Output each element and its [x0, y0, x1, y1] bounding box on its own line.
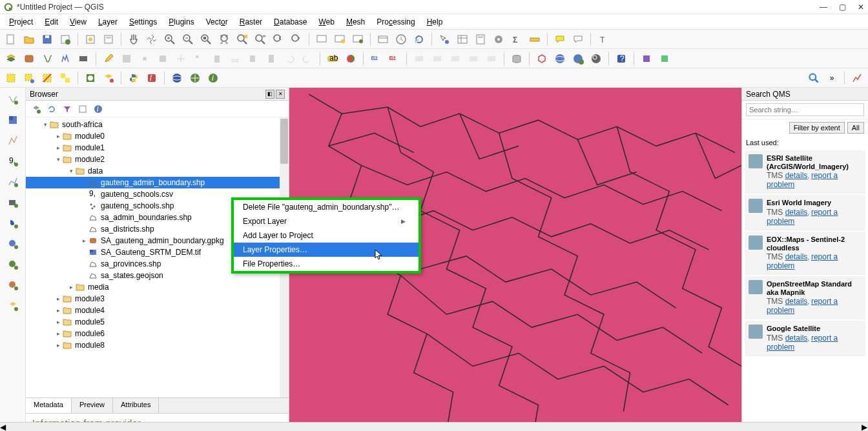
add-wcs-icon[interactable] — [4, 256, 22, 274]
open-project-button[interactable] — [21, 31, 37, 48]
new-shapefile-button[interactable] — [39, 50, 56, 67]
field-calc-button[interactable] — [472, 31, 489, 48]
grip-left[interactable]: ◀ — [0, 423, 6, 431]
tree-item[interactable]: ▸module4 — [26, 305, 289, 316]
osm-place-button[interactable] — [82, 70, 99, 86]
new-map-view-button[interactable] — [313, 31, 330, 48]
identify-button[interactable] — [436, 31, 453, 48]
context-menu-item[interactable]: Add Layer to Project — [234, 228, 418, 243]
details-link[interactable]: details — [785, 171, 808, 180]
label-change-button[interactable] — [465, 50, 482, 67]
cut-button[interactable] — [227, 50, 243, 67]
select-rect-button[interactable] — [3, 70, 19, 86]
deselect-button[interactable] — [39, 70, 56, 86]
zoom-native-button[interactable] — [198, 31, 214, 48]
help-button[interactable]: ? — [613, 50, 630, 67]
menu-web[interactable]: Web — [313, 16, 339, 28]
latex-button[interactable]: l — [143, 70, 160, 86]
label-show-button[interactable] — [411, 50, 428, 67]
menu-database[interactable]: Database — [269, 16, 312, 28]
label-move-button[interactable]: abc — [367, 50, 384, 67]
tree-item[interactable]: ▸module8 — [26, 339, 289, 351]
style-manager-button[interactable] — [82, 31, 99, 48]
menu-settings[interactable]: Settings — [124, 16, 162, 28]
add-postgis-icon[interactable] — [4, 214, 22, 232]
menu-plugins[interactable]: Plugins — [163, 16, 199, 28]
menu-edit[interactable]: Edit — [39, 16, 63, 28]
qms-result-item[interactable]: Esri World ImageryTMS details, report a … — [745, 195, 865, 230]
qms-result-item[interactable]: Google SatelliteTMS details, report a pr… — [745, 321, 865, 356]
move-feature-button[interactable] — [172, 50, 189, 67]
tree-item[interactable]: ▸module5 — [26, 316, 289, 328]
plugin-button[interactable] — [638, 50, 655, 67]
refresh-browser-icon[interactable] — [45, 103, 58, 115]
python-console-button[interactable] — [125, 70, 142, 86]
toolbox-button[interactable] — [490, 31, 507, 48]
save-project-button[interactable] — [39, 31, 56, 48]
tree-item[interactable]: ▸module6 — [26, 328, 289, 339]
globe-button[interactable] — [552, 50, 568, 67]
qms-find-icon[interactable] — [805, 70, 822, 86]
label-hide-button[interactable] — [429, 50, 446, 67]
temporal-button[interactable] — [349, 31, 366, 48]
context-menu-item[interactable]: Export Layer▶ — [234, 214, 418, 228]
qms-search-button[interactable] — [588, 50, 604, 67]
new-virtual-button[interactable] — [75, 50, 92, 67]
open-table-button[interactable] — [454, 31, 471, 48]
zoom-layer-button[interactable] — [252, 31, 269, 48]
menu-vector[interactable]: Vector — [201, 16, 233, 28]
refresh-button[interactable] — [375, 31, 391, 48]
geopackage-button[interactable] — [21, 50, 37, 67]
tree-item[interactable]: ▾module2 — [26, 154, 289, 165]
zoom-next-button[interactable] — [288, 31, 305, 48]
label-prop-button[interactable] — [483, 50, 500, 67]
add-mesh-icon[interactable] — [4, 132, 22, 150]
copy-button[interactable] — [245, 50, 262, 67]
paste-button[interactable] — [263, 50, 280, 67]
close-button[interactable]: ✕ — [858, 3, 864, 12]
zoom-full-button[interactable] — [216, 31, 232, 48]
vertex-tool-button[interactable] — [191, 50, 207, 67]
plugin2-button[interactable] — [656, 50, 673, 67]
tree-item[interactable]: ▸media — [26, 281, 289, 293]
context-menu-item[interactable]: Layer Properties… — [234, 243, 418, 257]
menu-mesh[interactable]: Mesh — [341, 16, 370, 28]
tree-item[interactable]: ▸module1 — [26, 142, 289, 154]
minimize-button[interactable]: — — [820, 3, 827, 12]
measure-button[interactable] — [526, 31, 543, 48]
grip-right[interactable]: ▶ — [862, 423, 868, 431]
db-manager-button[interactable] — [508, 50, 525, 67]
label-pin-button[interactable]: abc — [386, 50, 402, 67]
menu-processing[interactable]: Processing — [371, 16, 420, 28]
pan-button[interactable] — [125, 31, 142, 48]
add-arcgis-icon[interactable] — [4, 297, 22, 315]
new-project-button[interactable] — [3, 31, 19, 48]
menu-project[interactable]: Project — [4, 16, 38, 28]
diagram-button[interactable] — [342, 50, 359, 67]
zoom-selection-button[interactable] — [234, 31, 251, 48]
tree-item[interactable]: ▸module0 — [26, 130, 289, 142]
maximize-button[interactable]: ▢ — [839, 3, 846, 12]
layout-manager-button[interactable] — [100, 31, 117, 48]
details-link[interactable]: details — [785, 252, 808, 261]
add-delimited-icon[interactable]: 9, — [4, 152, 22, 170]
metasearch-button[interactable] — [187, 70, 203, 86]
filter-all-button[interactable]: All — [847, 122, 864, 134]
add-feature-button[interactable] — [136, 50, 153, 67]
context-menu-item[interactable]: Delete File "gauteng_admin_boundary.shp"… — [234, 200, 418, 214]
select-poly-button[interactable] — [21, 70, 37, 86]
menu-help[interactable]: Help — [422, 16, 448, 28]
details-link[interactable]: details — [785, 208, 808, 217]
panel-float-button[interactable]: ◧ — [265, 90, 274, 99]
tree-item[interactable]: ▾south-africa — [26, 119, 289, 130]
map-tips-button[interactable] — [552, 31, 568, 48]
new-spatialite-button[interactable] — [57, 50, 74, 67]
overflow-icon[interactable]: » — [823, 70, 840, 86]
clock-icon[interactable] — [393, 31, 409, 48]
zoom-last-button[interactable] — [270, 31, 287, 48]
tab-preview[interactable]: Preview — [72, 398, 113, 413]
new-bookmark-button[interactable] — [331, 31, 348, 48]
vector-layer-button[interactable] — [3, 50, 19, 67]
select-all-button[interactable] — [57, 70, 74, 86]
tab-attributes[interactable]: Attributes — [113, 398, 159, 413]
